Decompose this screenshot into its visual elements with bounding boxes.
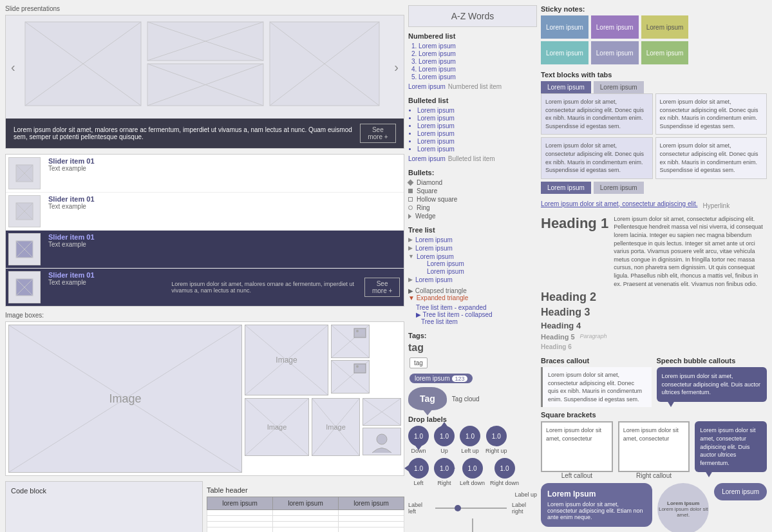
image-box-medium-2-label: Image: [267, 423, 287, 431]
table-section: Table header lorem ipsum lorem ipsum lor…: [207, 486, 404, 532]
tree-list-title: Tree list: [408, 226, 537, 234]
svg-point-31: [356, 330, 359, 332]
bulleted-list-title: Bulleted list: [408, 97, 537, 104]
image-boxes-container: Image Image: [5, 321, 404, 476]
image-box-small-3: [362, 398, 401, 426]
table-col-2: lorem ipsum: [273, 497, 339, 510]
drop-item-left: 1.0 Left: [408, 458, 429, 486]
bullet-label-wedge: Wedge: [415, 213, 436, 220]
square-brackets-row: Lorem ipsum dolor sit amet, consectetur …: [541, 421, 767, 472]
table-header-label: Table header: [207, 486, 404, 494]
tag-small[interactable]: tag: [410, 357, 428, 368]
image-box-medium-2: Image: [245, 398, 309, 456]
slider-item-title-2: Slider item 01: [48, 195, 399, 203]
code-block: Code block: [5, 481, 203, 532]
tags-title: Tags:: [408, 332, 537, 339]
bulleted-list-footer-link[interactable]: Bulleted list item: [448, 155, 495, 162]
list-item: Lorem ipsum: [419, 66, 537, 73]
tag-badge[interactable]: lorem ipsum 123: [410, 374, 473, 383]
slide-presentation: ‹ › Lorem ipsum dolor sit amet, malores …: [5, 15, 404, 149]
list-item: Lorem ipsum: [419, 73, 537, 81]
heading-4-row: Heading 4: [541, 321, 767, 330]
list-item: Lorem ipsum: [417, 138, 537, 145]
rounded-callouts-row: Lorem Ipsum Lorem ipsum dolor sit amet, …: [541, 483, 767, 532]
table-row: [207, 522, 404, 527]
slider-thumb-control-1[interactable]: [455, 505, 461, 511]
svg-point-35: [356, 365, 359, 368]
az-words-header: A-Z Words: [408, 5, 537, 27]
tree-item-2: ▶ Lorem ipsum: [408, 245, 537, 252]
tree-item-4: ▶ Lorem ipsum: [408, 276, 537, 283]
tab-button-3[interactable]: Lorem ipsum: [541, 182, 591, 194]
sticky-notes-row-1: Lorem ipsum Lorem ipsum Lorem ipsum: [541, 15, 767, 39]
prev-slide-button[interactable]: ‹: [11, 60, 15, 75]
bulleted-list-footer-item: Lorem ipsum: [408, 155, 446, 162]
drop-labels-row-1: 1.0 Down 1.0 Up 1.0 Left up 1.0 Right up: [408, 426, 537, 454]
tree-item-label-2: Lorem ipsum: [415, 245, 453, 252]
tab-button-1[interactable]: Lorem ipsum: [541, 81, 591, 93]
tree-arrow-icon-2: ▶: [408, 245, 413, 251]
sticky-note-4: Lorem ipsum: [541, 41, 588, 64]
image-box-small-4: [362, 428, 401, 455]
tab-button-2[interactable]: Lorem ipsum: [594, 81, 644, 93]
tag-cloud-shape: Tag: [408, 387, 447, 410]
sticky-note-5: Lorem ipsum: [591, 41, 639, 64]
image-box-medium-label: Image: [276, 356, 297, 365]
wedge-icon: [408, 214, 411, 219]
hyperlink[interactable]: Lorem ipsum dolor sit amet, consectetur …: [541, 200, 697, 207]
svg-point-42: [377, 434, 387, 444]
tree-item-label-3: Lorem ipsum: [417, 253, 454, 260]
see-more-button[interactable]: See more +: [360, 124, 396, 143]
circle-callout-title: Lorem Ipsum: [667, 500, 699, 506]
list-item: Lorem ipsum: [419, 43, 537, 50]
paragraph-label: Paragraph: [580, 333, 607, 339]
slider-controls: Label up Label left Label right Label do…: [408, 491, 537, 532]
speech-bubble-1: Lorem ipsum dolor sit amet, consectetur …: [657, 367, 767, 402]
drop-label-right-down: Right down: [490, 480, 519, 486]
text-block-1: Lorem ipsum dolor sit amet, consectetur …: [541, 93, 653, 135]
tab-row-2: Lorem ipsum Lorem ipsum: [541, 182, 767, 194]
drop-item-left-up: 1.0 Left up: [460, 426, 480, 454]
square-brackets-section: Square brackets Lorem ipsum dolor sit am…: [541, 411, 767, 479]
right-callout: Lorem ipsum dolor sit amet, consectetur: [618, 421, 690, 472]
text-blocks-section: Text blocks with tabs Lorem ipsum Lorem …: [541, 71, 767, 194]
drop-circle-right-up: 1.0: [486, 426, 507, 446]
slider-item: Slider item 01 Text example: [6, 155, 404, 193]
drop-item-right-down: 1.0 Right down: [490, 458, 519, 486]
slider-thumb-1: [8, 157, 41, 189]
bullet-item-wedge: Wedge: [408, 213, 537, 220]
tree-list-item-expanded: Tree list item - expanded: [416, 304, 537, 311]
speech-bubble-2: Lorem ipsum dolor sit amet, consectetur …: [695, 421, 767, 472]
sticky-note-2: Lorem ipsum: [591, 15, 639, 39]
braces-callout: Lorem ipsum dolor sit amet, consectetur …: [541, 367, 652, 407]
drop-label-left-down: Left down: [460, 480, 485, 486]
slider-caption-inline: Lorem ipsum dolor sit amet, malores orna…: [171, 281, 358, 294]
tree-list-item-collapsed: ▶ Tree list item - collapsed: [416, 311, 537, 318]
headings-section: Lorem ipsum dolor sit amet, consectetur …: [541, 200, 767, 350]
slider-item-sub-1: Text example: [48, 165, 399, 172]
sticky-note-3: Lorem ipsum: [641, 15, 689, 39]
see-more-button-2[interactable]: See more +: [364, 278, 400, 297]
list-item: Lorem ipsum: [417, 107, 537, 114]
bullet-item-square: Square: [408, 187, 537, 195]
list-item: Lorem ipsum: [417, 122, 537, 129]
tree-arrow-icon-4: ▶: [408, 276, 413, 283]
drop-circle-right-down: 1.0: [494, 458, 515, 479]
tab-button-4[interactable]: Lorem ipsum: [594, 182, 644, 194]
drop-item-right-up: 1.0 Right up: [485, 426, 507, 454]
slider-item-sub-2: Text example: [48, 203, 399, 210]
table-col-1: lorem ipsum: [207, 497, 273, 510]
data-table: lorem ipsum lorem ipsum lorem ipsum: [207, 497, 404, 532]
numbered-list-footer-link[interactable]: Numbered list item: [448, 83, 502, 90]
heading-4: Heading 4: [541, 321, 581, 330]
bulleted-list-section: Bulleted list Lorem ipsum Lorem ipsum Lo…: [408, 97, 537, 162]
bullet-label-hollow-square: Hollow square: [417, 196, 457, 203]
rounded-callout-title: Lorem Ipsum: [547, 489, 646, 499]
drop-label-right: Right: [437, 480, 451, 486]
bullet-label-ring: Ring: [417, 204, 430, 211]
list-item: Lorem ipsum: [417, 115, 537, 122]
slider-item: Slider item 01 Text example Lorem ipsum …: [6, 269, 404, 306]
drop-label-up: Up: [440, 448, 448, 454]
tag-large: tag: [408, 342, 424, 353]
next-slide-button[interactable]: ›: [394, 60, 399, 75]
